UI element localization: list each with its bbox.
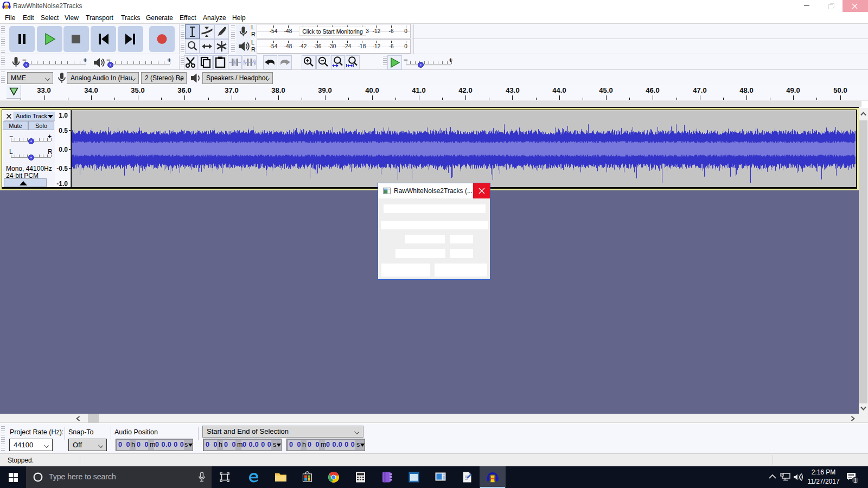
svg-text:1: 1: [854, 478, 857, 484]
